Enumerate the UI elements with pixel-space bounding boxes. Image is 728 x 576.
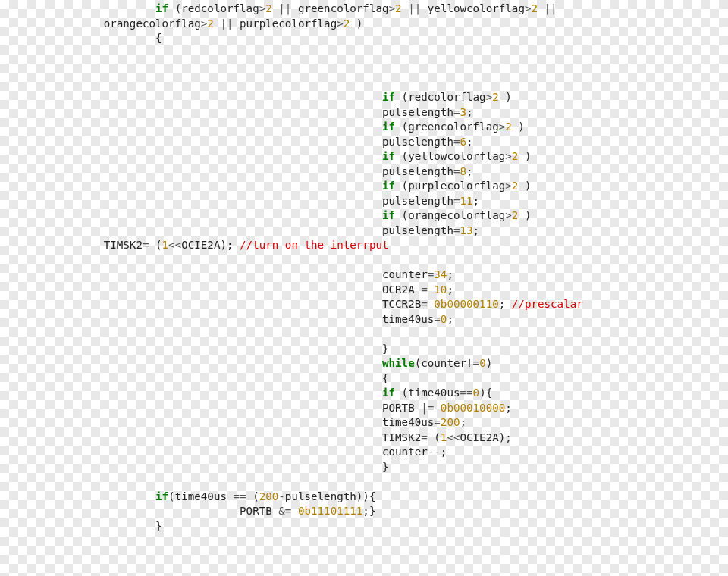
identifier: OCIE2A);	[181, 239, 240, 251]
punctuation: (	[434, 431, 441, 443]
identifier: time40us	[382, 416, 434, 428]
operator: =	[421, 298, 434, 310]
punctuation: (	[253, 490, 259, 502]
keyword-if: if	[382, 121, 395, 133]
code-line	[0, 327, 7, 340]
code-line: }	[0, 343, 389, 355]
number: 200	[259, 490, 279, 502]
identifier: pulselength	[382, 136, 453, 148]
number: 3	[460, 106, 466, 118]
operator: <<	[447, 431, 460, 443]
number: 11	[460, 195, 472, 207]
punctuation: ;	[473, 195, 480, 207]
operator: >	[486, 91, 493, 103]
number: 8	[460, 165, 466, 177]
operator: >	[505, 209, 512, 221]
operator: >	[505, 180, 512, 192]
punctuation: ;	[460, 416, 466, 428]
number: 0b00000110	[434, 298, 498, 310]
identifier: pulselength	[382, 165, 453, 177]
identifier: purplecolorflag	[240, 17, 337, 30]
operator: ||	[272, 2, 298, 14]
punctuation: )	[350, 17, 362, 30]
code-line: pulselength=11;	[0, 195, 479, 207]
punctuation: ;}	[362, 505, 375, 517]
code-line: if (yellowcolorflag>2 )	[0, 150, 531, 162]
operator: ||	[538, 2, 563, 14]
identifier: (redcolorflag	[175, 2, 259, 14]
code-line: pulselength=13;	[0, 224, 479, 236]
code-line: }	[0, 520, 162, 532]
punctuation: ;	[499, 298, 512, 310]
brace: {	[155, 32, 162, 44]
keyword-while: while	[382, 357, 415, 369]
punctuation: ;	[505, 402, 512, 414]
number: 2	[531, 2, 538, 14]
comment: //turn on the interrput	[240, 239, 388, 251]
operator: <<	[168, 239, 181, 251]
keyword-if: if	[382, 180, 395, 192]
code-line: if (redcolorflag>2 || greencolorflag>2 |…	[0, 2, 563, 14]
punctuation: )	[518, 209, 531, 221]
number: 6	[460, 136, 466, 148]
punctuation: ;	[466, 136, 473, 148]
number: 2	[207, 17, 214, 30]
number: 13	[460, 224, 472, 236]
code-line: pulselength=6;	[0, 136, 473, 148]
code-line: if (redcolorflag>2 )	[0, 91, 512, 103]
identifier: OCR2A	[382, 283, 421, 296]
identifier: (purplecolorflag	[395, 180, 505, 192]
code-line: OCR2A = 10;	[0, 283, 453, 296]
number: 0b00010000	[441, 402, 505, 414]
operator: --	[428, 446, 441, 458]
punctuation: ;	[441, 446, 447, 458]
code-line: {	[0, 372, 389, 384]
number: 2	[505, 121, 512, 133]
punctuation: (	[155, 239, 162, 251]
identifier: pulselength	[382, 224, 453, 236]
punctuation: )	[518, 150, 531, 162]
code-line	[0, 549, 7, 562]
punctuation: ;	[466, 106, 473, 118]
identifier: pulselength)){	[285, 490, 376, 502]
identifier: (redcolorflag	[395, 91, 486, 103]
code-line: counter=34;	[0, 268, 453, 280]
operator: ==	[460, 387, 472, 399]
operator: =	[434, 313, 441, 325]
identifier: PORTB	[382, 402, 421, 414]
brace: }	[155, 520, 162, 532]
punctuation: ;	[473, 224, 480, 236]
number: 2	[395, 2, 402, 14]
identifier: greencolorflag	[298, 2, 389, 14]
identifier: pulselength	[382, 195, 453, 207]
code-line: }	[0, 461, 389, 473]
identifier: pulselength	[382, 106, 453, 118]
identifier: TCCR2B	[382, 298, 421, 310]
keyword-if: if	[382, 150, 395, 162]
punctuation: ;	[466, 165, 473, 177]
code-line: pulselength=8;	[0, 165, 473, 177]
brace: }	[382, 343, 389, 355]
code-line: if (time40us==0){	[0, 387, 492, 399]
identifier: orangecolorflag	[104, 17, 201, 30]
identifier: (counter	[415, 357, 466, 369]
code-line	[0, 534, 7, 546]
identifier: OCIE2A);	[460, 431, 512, 443]
code-line: time40us=200;	[0, 416, 466, 428]
number: 2	[344, 17, 350, 30]
code-line: PORTB |= 0b00010000;	[0, 402, 512, 414]
operator: =	[434, 416, 441, 428]
operator: -	[278, 490, 285, 502]
number: 0	[479, 357, 486, 369]
punctuation: )	[512, 121, 525, 133]
operator: =	[421, 283, 434, 296]
operator: >	[337, 17, 344, 30]
code-line: if (orangecolorflag>2 )	[0, 209, 531, 221]
punctuation: ;	[447, 268, 453, 280]
code-line: TIMSK2= (1<<OCIE2A); //turn on the inter…	[0, 239, 389, 251]
operator: >	[505, 150, 512, 162]
code-line: if(time40us == (200-pulselength)){	[0, 490, 375, 502]
punctuation: )	[518, 180, 531, 192]
operator: &=	[278, 505, 298, 517]
identifier: yellowcolorflag	[428, 2, 525, 14]
